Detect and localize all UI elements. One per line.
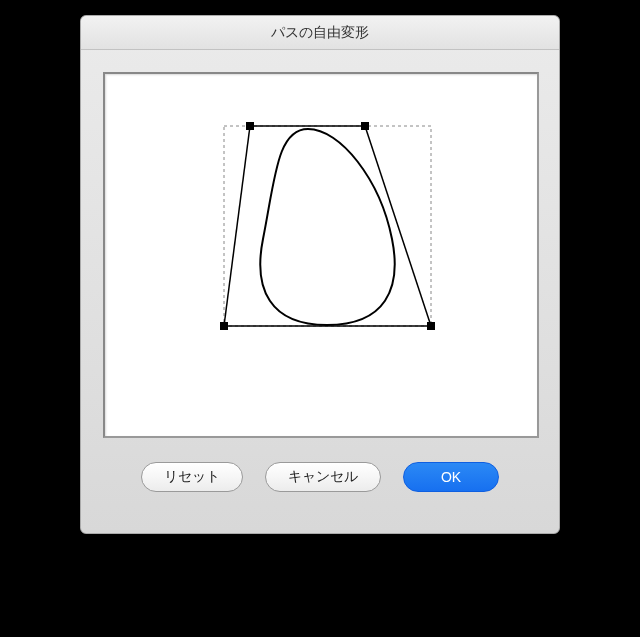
- button-row: リセット キャンセル OK: [103, 462, 537, 492]
- free-distort-dialog: パスの自由変形 リセット キャンセル OK: [80, 15, 560, 534]
- envelope-edge-right: [365, 126, 431, 326]
- dialog-title: パスの自由変形: [271, 24, 369, 42]
- ok-button[interactable]: OK: [403, 462, 499, 492]
- path-shape: [260, 129, 394, 325]
- preview-canvas[interactable]: [103, 72, 539, 438]
- envelope-edge-left: [224, 126, 250, 326]
- cancel-button[interactable]: キャンセル: [265, 462, 381, 492]
- preview-svg: [105, 74, 541, 440]
- handle-top-right[interactable]: [361, 122, 369, 130]
- dialog-titlebar: パスの自由変形: [81, 16, 559, 50]
- handle-top-left[interactable]: [246, 122, 254, 130]
- dialog-content: リセット キャンセル OK: [81, 50, 559, 510]
- bounding-box: [224, 126, 431, 326]
- handle-bottom-left[interactable]: [220, 322, 228, 330]
- handle-bottom-right[interactable]: [427, 322, 435, 330]
- reset-button[interactable]: リセット: [141, 462, 243, 492]
